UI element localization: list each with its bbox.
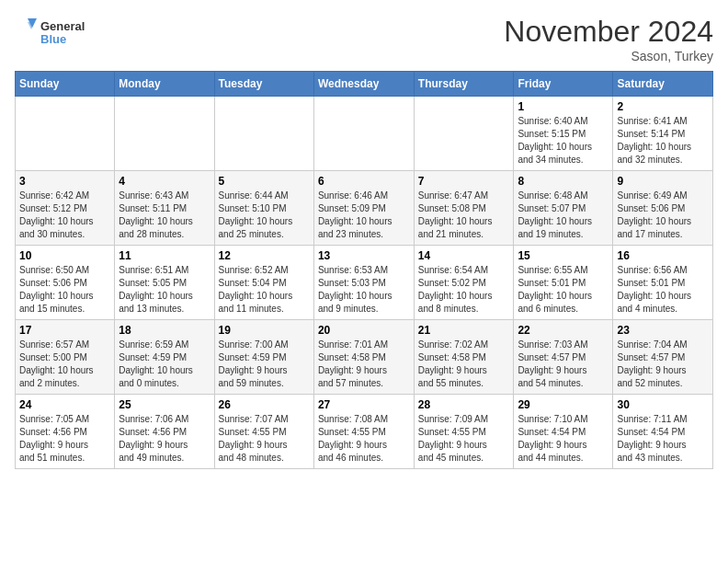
day-info: Sunrise: 6:52 AM Sunset: 5:04 PM Dayligh… <box>219 264 310 316</box>
calendar-cell: 4Sunrise: 6:43 AM Sunset: 5:11 PM Daylig… <box>115 171 214 246</box>
calendar-week-row: 10Sunrise: 6:50 AM Sunset: 5:06 PM Dayli… <box>16 246 713 320</box>
logo: General Blue <box>15 15 97 50</box>
calendar-cell: 12Sunrise: 6:52 AM Sunset: 5:04 PM Dayli… <box>214 246 313 320</box>
day-number: 12 <box>219 249 310 262</box>
calendar-cell: 18Sunrise: 6:59 AM Sunset: 4:59 PM Dayli… <box>115 320 214 395</box>
day-info: Sunrise: 7:03 AM Sunset: 4:57 PM Dayligh… <box>518 339 609 390</box>
day-number: 10 <box>19 249 110 262</box>
day-number: 30 <box>617 398 709 411</box>
day-number: 24 <box>19 398 110 411</box>
day-number: 14 <box>418 249 510 262</box>
day-info: Sunrise: 7:08 AM Sunset: 4:55 PM Dayligh… <box>318 413 410 465</box>
calendar-cell: 6Sunrise: 6:46 AM Sunset: 5:09 PM Daylig… <box>313 171 414 246</box>
calendar-cell <box>214 97 313 171</box>
day-info: Sunrise: 7:05 AM Sunset: 4:56 PM Dayligh… <box>19 413 110 465</box>
day-info: Sunrise: 6:56 AM Sunset: 5:01 PM Dayligh… <box>617 264 709 316</box>
day-number: 5 <box>219 175 310 188</box>
day-number: 9 <box>617 175 709 188</box>
calendar-cell <box>16 97 115 171</box>
svg-text:Blue: Blue <box>40 32 66 46</box>
day-number: 13 <box>318 249 410 262</box>
calendar-cell: 25Sunrise: 7:06 AM Sunset: 4:56 PM Dayli… <box>115 395 214 469</box>
header: General Blue November 2024 Sason, Turkey <box>15 15 713 63</box>
day-number: 6 <box>318 175 410 188</box>
month-title: November 2024 <box>504 15 713 49</box>
svg-marker-3 <box>28 22 35 29</box>
calendar-week-row: 24Sunrise: 7:05 AM Sunset: 4:56 PM Dayli… <box>16 395 713 469</box>
day-info: Sunrise: 6:49 AM Sunset: 5:06 PM Dayligh… <box>617 190 709 241</box>
day-info: Sunrise: 6:50 AM Sunset: 5:06 PM Dayligh… <box>19 264 110 316</box>
calendar-cell <box>313 97 414 171</box>
day-info: Sunrise: 6:46 AM Sunset: 5:09 PM Dayligh… <box>318 190 410 241</box>
day-info: Sunrise: 6:55 AM Sunset: 5:01 PM Dayligh… <box>518 264 609 316</box>
calendar-cell: 24Sunrise: 7:05 AM Sunset: 4:56 PM Dayli… <box>16 395 115 469</box>
calendar-cell: 13Sunrise: 6:53 AM Sunset: 5:03 PM Dayli… <box>313 246 414 320</box>
calendar-cell: 7Sunrise: 6:47 AM Sunset: 5:08 PM Daylig… <box>414 171 514 246</box>
day-number: 11 <box>119 249 210 262</box>
calendar-cell: 3Sunrise: 6:42 AM Sunset: 5:12 PM Daylig… <box>16 171 115 246</box>
calendar-cell: 26Sunrise: 7:07 AM Sunset: 4:55 PM Dayli… <box>214 395 313 469</box>
calendar-cell: 15Sunrise: 6:55 AM Sunset: 5:01 PM Dayli… <box>514 246 613 320</box>
day-info: Sunrise: 7:01 AM Sunset: 4:58 PM Dayligh… <box>318 339 410 390</box>
calendar-day-header: Tuesday <box>214 72 313 97</box>
calendar-cell: 19Sunrise: 7:00 AM Sunset: 4:59 PM Dayli… <box>214 320 313 395</box>
day-info: Sunrise: 6:40 AM Sunset: 5:15 PM Dayligh… <box>518 115 609 167</box>
calendar-cell: 27Sunrise: 7:08 AM Sunset: 4:55 PM Dayli… <box>313 395 414 469</box>
day-info: Sunrise: 6:54 AM Sunset: 5:02 PM Dayligh… <box>418 264 510 316</box>
day-info: Sunrise: 6:47 AM Sunset: 5:08 PM Dayligh… <box>418 190 510 241</box>
calendar-day-header: Sunday <box>16 72 115 97</box>
calendar-cell: 20Sunrise: 7:01 AM Sunset: 4:58 PM Dayli… <box>313 320 414 395</box>
calendar-cell: 29Sunrise: 7:10 AM Sunset: 4:54 PM Dayli… <box>514 395 613 469</box>
location: Sason, Turkey <box>504 49 713 63</box>
calendar-header-row: SundayMondayTuesdayWednesdayThursdayFrid… <box>16 72 713 97</box>
calendar-cell: 8Sunrise: 6:48 AM Sunset: 5:07 PM Daylig… <box>514 171 613 246</box>
day-number: 16 <box>617 249 709 262</box>
day-info: Sunrise: 6:51 AM Sunset: 5:05 PM Dayligh… <box>119 264 210 316</box>
calendar-table: SundayMondayTuesdayWednesdayThursdayFrid… <box>15 71 713 469</box>
svg-text:General: General <box>40 19 85 33</box>
day-number: 1 <box>518 100 609 113</box>
calendar-cell: 5Sunrise: 6:44 AM Sunset: 5:10 PM Daylig… <box>214 171 313 246</box>
calendar-cell: 16Sunrise: 6:56 AM Sunset: 5:01 PM Dayli… <box>613 246 713 320</box>
calendar-cell: 28Sunrise: 7:09 AM Sunset: 4:55 PM Dayli… <box>414 395 514 469</box>
day-info: Sunrise: 6:53 AM Sunset: 5:03 PM Dayligh… <box>318 264 410 316</box>
calendar-cell: 30Sunrise: 7:11 AM Sunset: 4:54 PM Dayli… <box>613 395 713 469</box>
day-info: Sunrise: 7:00 AM Sunset: 4:59 PM Dayligh… <box>219 339 310 390</box>
calendar-day-header: Thursday <box>414 72 514 97</box>
calendar-day-header: Wednesday <box>313 72 414 97</box>
day-info: Sunrise: 7:02 AM Sunset: 4:58 PM Dayligh… <box>418 339 510 390</box>
day-number: 29 <box>518 398 609 411</box>
day-number: 20 <box>318 324 410 337</box>
day-number: 26 <box>219 398 310 411</box>
day-number: 19 <box>219 324 310 337</box>
day-number: 22 <box>518 324 609 337</box>
calendar-cell: 2Sunrise: 6:41 AM Sunset: 5:14 PM Daylig… <box>613 97 713 171</box>
day-number: 4 <box>119 175 210 188</box>
calendar-week-row: 17Sunrise: 6:57 AM Sunset: 5:00 PM Dayli… <box>16 320 713 395</box>
day-number: 17 <box>19 324 110 337</box>
day-info: Sunrise: 6:59 AM Sunset: 4:59 PM Dayligh… <box>119 339 210 390</box>
calendar-cell: 10Sunrise: 6:50 AM Sunset: 5:06 PM Dayli… <box>16 246 115 320</box>
calendar-cell: 17Sunrise: 6:57 AM Sunset: 5:00 PM Dayli… <box>16 320 115 395</box>
day-number: 18 <box>119 324 210 337</box>
calendar-day-header: Monday <box>115 72 214 97</box>
day-info: Sunrise: 6:44 AM Sunset: 5:10 PM Dayligh… <box>219 190 310 241</box>
day-number: 28 <box>418 398 510 411</box>
calendar-day-header: Saturday <box>613 72 713 97</box>
calendar-cell: 22Sunrise: 7:03 AM Sunset: 4:57 PM Dayli… <box>514 320 613 395</box>
day-info: Sunrise: 7:04 AM Sunset: 4:57 PM Dayligh… <box>617 339 709 390</box>
day-info: Sunrise: 7:10 AM Sunset: 4:54 PM Dayligh… <box>518 413 609 465</box>
day-number: 27 <box>318 398 410 411</box>
day-number: 3 <box>19 175 110 188</box>
calendar-cell <box>115 97 214 171</box>
day-number: 7 <box>418 175 510 188</box>
calendar-cell: 14Sunrise: 6:54 AM Sunset: 5:02 PM Dayli… <box>414 246 514 320</box>
day-info: Sunrise: 7:11 AM Sunset: 4:54 PM Dayligh… <box>617 413 709 465</box>
calendar-cell: 1Sunrise: 6:40 AM Sunset: 5:15 PM Daylig… <box>514 97 613 171</box>
day-number: 2 <box>617 100 709 113</box>
day-info: Sunrise: 6:57 AM Sunset: 5:00 PM Dayligh… <box>19 339 110 390</box>
day-info: Sunrise: 6:42 AM Sunset: 5:12 PM Dayligh… <box>19 190 110 241</box>
day-info: Sunrise: 7:06 AM Sunset: 4:56 PM Dayligh… <box>119 413 210 465</box>
day-info: Sunrise: 6:43 AM Sunset: 5:11 PM Dayligh… <box>119 190 210 241</box>
calendar-cell: 23Sunrise: 7:04 AM Sunset: 4:57 PM Dayli… <box>613 320 713 395</box>
